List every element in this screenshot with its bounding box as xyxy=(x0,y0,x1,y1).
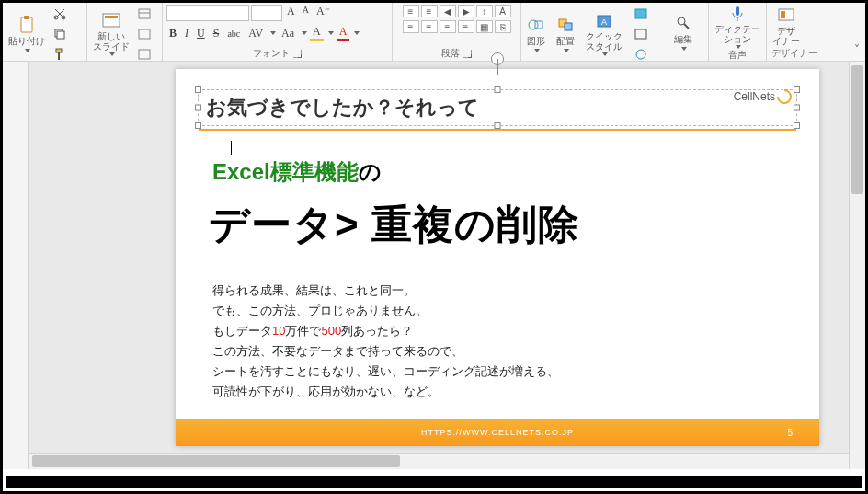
char-spacing-button[interactable]: AV xyxy=(246,27,266,40)
svg-line-24 xyxy=(684,24,689,29)
change-case-button[interactable]: Aa xyxy=(279,27,297,40)
new-slide-label: 新しい スライド xyxy=(93,31,130,52)
voice-group-label: 音声 xyxy=(728,49,747,62)
status-bar xyxy=(6,469,862,476)
svg-rect-9 xyxy=(105,16,118,18)
decrease-indent-button[interactable]: ◀ xyxy=(440,5,456,17)
mic-icon xyxy=(728,5,747,23)
clipboard-icon xyxy=(17,16,36,34)
align-right-button[interactable]: ≡ xyxy=(440,20,456,33)
section-icon[interactable] xyxy=(135,45,154,63)
body-line: シートを汚すことにもなり、遅い、コーディング記述が増える、 xyxy=(212,362,559,382)
arrange-button[interactable]: 配置 xyxy=(554,16,577,52)
rotate-handle[interactable] xyxy=(491,52,504,65)
slide-canvas[interactable]: お気づきでしたか？それって CellNets Excel標準機能の データ> 重… xyxy=(176,69,819,446)
font-group-label: フォント xyxy=(253,47,290,60)
caret-down-icon xyxy=(109,52,115,56)
smartart-button[interactable]: ⎘ xyxy=(495,20,511,33)
quickstyle-label: クイック スタイル xyxy=(586,31,622,52)
shapes-label: 図形 xyxy=(527,35,545,48)
font-size-input[interactable] xyxy=(251,5,282,21)
scrollbar-thumb[interactable] xyxy=(32,455,400,467)
left-gutter xyxy=(3,62,29,469)
align-center-button[interactable]: ≡ xyxy=(421,20,438,33)
text-cursor-icon xyxy=(231,141,232,155)
caret-down-icon xyxy=(534,49,540,52)
scrollbar-thumb[interactable] xyxy=(851,65,863,194)
footer-url: HTTPS://WWW.CELLNETS.CO.JP xyxy=(421,428,574,437)
shape-outline-icon[interactable] xyxy=(632,25,650,43)
selection-handle[interactable] xyxy=(195,105,201,111)
collapse-ribbon-button[interactable]: ˅ xyxy=(854,43,860,56)
dictation-button[interactable]: ディクテー ション xyxy=(713,5,762,49)
font-name-input[interactable] xyxy=(166,5,249,21)
shapes-button[interactable]: 図形 xyxy=(525,16,547,52)
paste-button[interactable]: 貼り付け xyxy=(6,16,47,52)
body-span-red: 500 xyxy=(321,324,341,338)
selection-handle[interactable] xyxy=(195,122,201,129)
shape-effects-icon[interactable] xyxy=(632,45,650,63)
bold-button[interactable]: B xyxy=(166,27,179,40)
ribbon-group-slides: 新しい スライド スライド xyxy=(87,3,163,61)
line-spacing-button[interactable]: ↕ xyxy=(476,5,493,17)
columns-button[interactable]: ▦ xyxy=(476,20,493,33)
body-span-red: 10 xyxy=(272,324,285,338)
clear-format-button[interactable]: A⁻ xyxy=(314,5,333,21)
text-direction-button[interactable]: A xyxy=(495,5,511,17)
shadow-button[interactable]: abc xyxy=(224,29,243,39)
selection-handle[interactable] xyxy=(794,105,800,111)
selection-handle[interactable] xyxy=(495,122,501,129)
increase-indent-button[interactable]: ▶ xyxy=(458,5,474,17)
selection-handle[interactable] xyxy=(794,86,800,93)
editing-button[interactable]: 編集 xyxy=(672,14,694,51)
selection-handle[interactable] xyxy=(794,122,800,129)
shape-fill-icon[interactable] xyxy=(632,5,650,23)
designer-label: デザ イナー xyxy=(772,26,800,46)
strike-button[interactable]: S xyxy=(211,27,223,40)
designer-button[interactable]: デザ イナー xyxy=(771,6,802,46)
logo-swirl-icon xyxy=(774,86,795,108)
body-span: もしデータ xyxy=(212,324,272,338)
quickstyle-button[interactable]: A クイック スタイル xyxy=(584,12,624,56)
caret-down-icon xyxy=(354,31,360,35)
body-line: 得られる成果、結果は、これと同一。 xyxy=(212,281,559,301)
svg-rect-21 xyxy=(635,29,646,39)
copy-icon[interactable] xyxy=(51,25,69,43)
dialog-launcher-font[interactable] xyxy=(293,50,302,58)
vertical-scrollbar[interactable] xyxy=(849,62,865,469)
ribbon-group-editing: 編集 xyxy=(668,3,709,61)
new-slide-button[interactable]: 新しい スライド xyxy=(91,12,131,56)
italic-button[interactable]: I xyxy=(182,27,191,40)
caret-down-icon xyxy=(328,31,334,35)
increase-font-button[interactable]: A xyxy=(284,5,298,21)
selection-handle[interactable] xyxy=(195,86,201,93)
font-color-button[interactable]: A xyxy=(337,25,350,41)
svg-rect-20 xyxy=(635,9,646,18)
justify-button[interactable]: ≡ xyxy=(458,20,474,33)
ribbon-group-designer: デザ イナー デザイナー xyxy=(767,3,822,61)
paste-label: 貼り付け xyxy=(8,35,45,48)
bullets-button[interactable]: ≡ xyxy=(403,5,419,17)
ribbon-group-paragraph: ≡ ≡ ◀ ▶ ↕ A ≡ ≡ ≡ ≡ ▦ ⎘ 段落 xyxy=(393,3,521,61)
svg-rect-12 xyxy=(139,29,150,39)
caret-down-icon xyxy=(270,31,276,35)
selection-handle[interactable] xyxy=(495,86,501,93)
align-left-button[interactable]: ≡ xyxy=(403,20,419,33)
title-placeholder[interactable]: お気づきでしたか？それって xyxy=(198,89,797,126)
layout-icon[interactable] xyxy=(135,5,154,23)
arrange-label: 配置 xyxy=(556,35,575,48)
format-painter-icon[interactable] xyxy=(51,45,69,63)
arrange-icon xyxy=(556,16,575,34)
highlight-button[interactable]: A xyxy=(310,25,324,41)
horizontal-scrollbar[interactable] xyxy=(29,453,849,469)
workspace: お気づきでしたか？それって CellNets Excel標準機能の データ> 重… xyxy=(3,62,865,469)
cut-icon[interactable] xyxy=(51,5,69,23)
clipboard-small-buttons xyxy=(51,5,69,63)
dialog-launcher-paragraph[interactable] xyxy=(463,50,472,58)
slide-title-text[interactable]: お気づきでしたか？それって xyxy=(206,94,479,121)
underline-button[interactable]: U xyxy=(194,27,208,40)
svg-rect-5 xyxy=(57,31,64,39)
reset-icon[interactable] xyxy=(135,25,154,43)
decrease-font-button[interactable]: A xyxy=(300,5,312,21)
numbering-button[interactable]: ≡ xyxy=(421,5,438,17)
